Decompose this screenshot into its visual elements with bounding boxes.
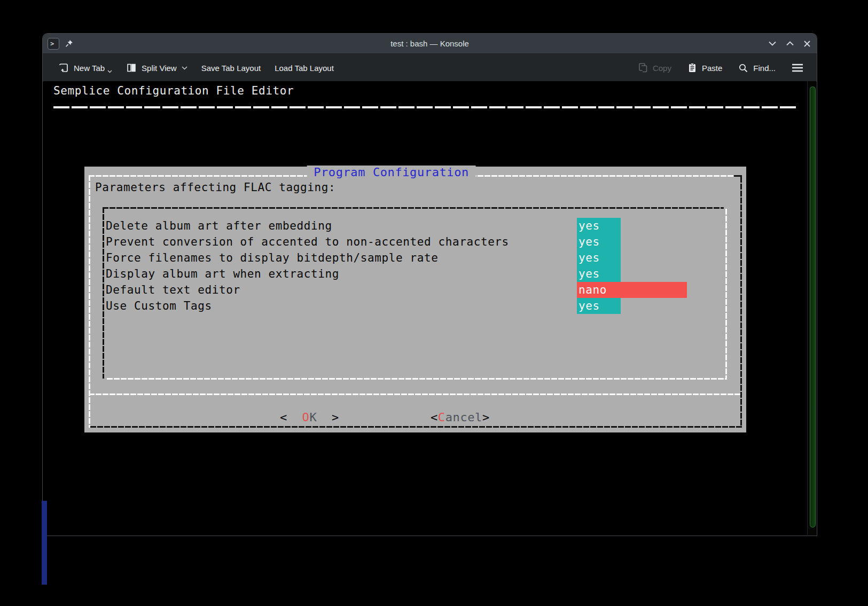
copy-icon: [638, 62, 648, 73]
toolbar: New Tab Split View Save Tab Layout L: [43, 53, 817, 82]
cancel-button[interactable]: <Cancel>: [431, 410, 490, 426]
param-value[interactable]: yes: [577, 250, 621, 266]
param-value[interactable]: yes: [577, 218, 621, 234]
paste-icon: [687, 62, 697, 73]
split-view-icon: [126, 62, 137, 73]
param-label: Force filenames to display bitdepth/samp…: [106, 251, 438, 264]
copy-label: Copy: [653, 64, 671, 73]
listbox-border-bottom: [107, 378, 727, 380]
dialog-subtitle: Parameters affecting FLAC tagging:: [95, 180, 335, 194]
scrollbar-handle[interactable]: [810, 86, 816, 528]
button-text: >: [317, 411, 339, 424]
paste-button[interactable]: Paste: [682, 58, 728, 77]
ok-button[interactable]: < OK >: [280, 410, 339, 426]
paste-label: Paste: [702, 64, 722, 73]
find-label: Find...: [753, 64, 776, 73]
terminal-heading-rule: [53, 106, 797, 108]
param-value[interactable]: yes: [577, 234, 621, 250]
param-value[interactable]: yes: [577, 266, 621, 282]
scrollbar-track[interactable]: [807, 81, 816, 535]
save-tab-layout-label: Save Tab Layout: [201, 64, 261, 73]
param-label: Use Custom Tags: [106, 300, 212, 312]
hamburger-icon: [792, 64, 803, 72]
param-label: Default text editor: [106, 284, 240, 296]
dialog-list: Delete album art after embeddingyesPreve…: [104, 218, 726, 314]
chevron-down-icon: [182, 66, 187, 70]
dialog-listbox: Delete album art after embeddingyesPreve…: [103, 207, 728, 380]
close-button[interactable]: [804, 41, 810, 47]
terminal-screen[interactable]: Semplice Configuration File Editor Progr…: [43, 81, 816, 535]
dialog-row[interactable]: Display album art when extractingyes: [104, 266, 726, 282]
button-text: C: [438, 411, 445, 424]
window-title: test : bash — Konsole: [43, 39, 817, 48]
minimize-button[interactable]: [769, 41, 776, 46]
button-separator: [89, 393, 741, 395]
new-tab-icon: [58, 62, 69, 73]
split-view-label: Split View: [142, 64, 177, 73]
new-tab-label: New Tab: [74, 64, 105, 73]
button-text: O: [302, 411, 310, 424]
blue-edge-bar: [42, 501, 47, 585]
button-text: <: [431, 411, 438, 424]
dialog-row[interactable]: Use Custom Tagsyes: [104, 298, 726, 314]
dialog-title: Program Configuration: [307, 166, 476, 179]
pin-icon: [65, 39, 74, 48]
program-configuration-dialog: Program Configuration Parameters affecti…: [84, 167, 746, 432]
dialog-row[interactable]: Default text editornano: [104, 282, 726, 298]
button-text: <: [280, 411, 302, 424]
search-icon: [738, 63, 748, 73]
load-tab-layout-label: Load Tab Layout: [275, 64, 334, 73]
dialog-row[interactable]: Delete album art after embeddingyes: [104, 218, 726, 234]
button-text: >: [482, 411, 490, 424]
konsole-window: > test : bash — Konsole: [43, 34, 817, 536]
terminal-heading: Semplice Configuration File Editor: [53, 84, 294, 97]
split-view-button[interactable]: Split View: [120, 58, 193, 77]
maximize-button[interactable]: [786, 41, 794, 46]
listbox-border-top: [103, 207, 724, 209]
find-button[interactable]: Find...: [732, 59, 781, 77]
titlebar[interactable]: > test : bash — Konsole: [43, 34, 817, 53]
dialog-border-bottom: [90, 426, 742, 428]
param-value[interactable]: yes: [577, 298, 621, 314]
param-value[interactable]: nano: [577, 282, 687, 298]
copy-button: Copy: [632, 58, 677, 77]
param-label: Prevent conversion of accented to non-ac…: [106, 235, 509, 248]
chevron-down-icon: [107, 70, 112, 73]
dialog-border-right: [740, 177, 742, 428]
dialog-border-left: [89, 175, 90, 428]
save-tab-layout-button[interactable]: Save Tab Layout: [196, 59, 267, 77]
menu-button[interactable]: [786, 59, 809, 76]
button-text: ancel: [445, 411, 482, 424]
dialog-row[interactable]: Force filenames to display bitdepth/samp…: [104, 250, 726, 266]
new-tab-button[interactable]: New Tab: [52, 58, 118, 77]
load-tab-layout-button[interactable]: Load Tab Layout: [269, 59, 340, 77]
dialog-row[interactable]: Prevent conversion of accented to non-ac…: [104, 234, 726, 250]
button-text: K: [309, 411, 317, 424]
param-label: Delete album art after embedding: [106, 219, 332, 232]
param-label: Display album art when extracting: [106, 267, 339, 280]
terminal-tab-icon: >: [48, 38, 59, 50]
